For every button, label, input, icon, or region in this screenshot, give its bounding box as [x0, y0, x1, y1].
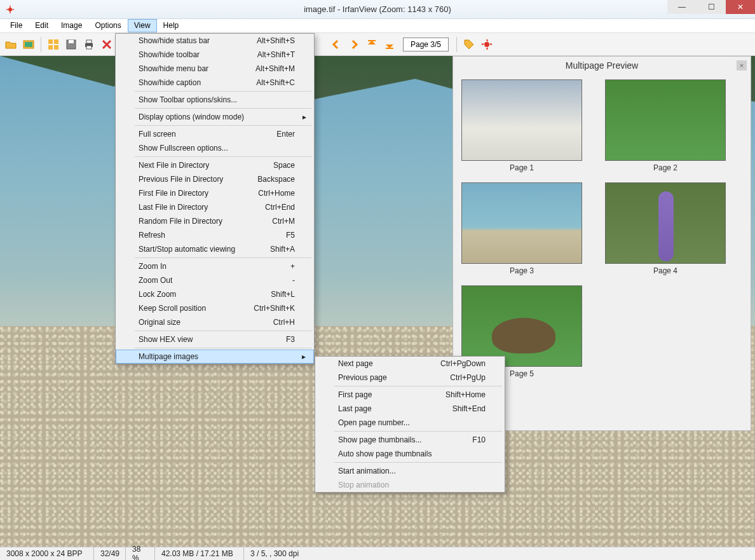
menu-item[interactable]: First File in DirectoryCtrl+Home	[116, 186, 314, 200]
svg-rect-3	[48, 39, 53, 44]
menu-item[interactable]: Show HEX viewF3	[116, 332, 314, 346]
menu-item-label: Show Toolbar options/skins...	[139, 95, 237, 104]
menu-item[interactable]: Previous File in DirectoryBackspace	[116, 172, 314, 186]
menu-item-accel: Shift+A	[270, 245, 295, 254]
menu-item-accel: Alt+Shift+C	[256, 78, 295, 87]
submenu-item[interactable]: Next pageCtrl+PgDown	[315, 357, 505, 371]
menu-item-accel: -	[292, 276, 295, 285]
maximize-button[interactable]: ☐	[697, 0, 726, 14]
menu-item[interactable]: Show/hide toolbarAlt+Shift+T	[116, 48, 314, 62]
next-arrow-icon[interactable]	[346, 36, 362, 53]
page-thumbnail[interactable]: Page 4	[604, 182, 726, 275]
svg-rect-5	[48, 45, 53, 50]
window-title: image.tif - IrfanView (Zoom: 1143 x 760)	[0, 4, 755, 14]
submenu-item[interactable]: Start animation...	[315, 464, 505, 478]
menu-item-label: Multipage images	[139, 352, 198, 361]
page-thumbnail[interactable]: Page 3	[461, 182, 583, 275]
menu-help[interactable]: Help	[157, 19, 186, 32]
multipage-close-button[interactable]: ×	[737, 60, 747, 71]
delete-icon[interactable]	[99, 36, 115, 53]
svg-rect-6	[54, 45, 58, 50]
menu-item[interactable]: Last File in DirectoryCtrl+End	[116, 200, 314, 214]
menu-item[interactable]: Show Fullscreen options...	[116, 141, 314, 155]
menu-item[interactable]: Show/hide captionAlt+Shift+C	[116, 76, 314, 90]
menu-item[interactable]: Show/hide status barAlt+Shift+S	[116, 34, 314, 48]
submenu-item: Stop animation	[315, 478, 505, 492]
submenu-arrow-icon: ▸	[303, 113, 306, 121]
menu-item-label: Show/hide menu bar	[139, 64, 208, 73]
save-icon[interactable]	[63, 36, 79, 53]
thumbnail-image	[461, 182, 582, 264]
minimize-button[interactable]: —	[667, 0, 697, 14]
menu-options[interactable]: Options	[88, 19, 127, 32]
submenu-item-label: First page	[338, 390, 372, 399]
menu-item-label: Show Fullscreen options...	[139, 144, 228, 153]
menu-item-label: Display options (window mode)	[139, 113, 244, 121]
menu-item[interactable]: Display options (window mode)▸	[116, 110, 314, 124]
irfan-icon[interactable]	[479, 36, 495, 53]
open-icon[interactable]	[3, 36, 19, 53]
submenu-item[interactable]: Open page number...	[315, 416, 505, 430]
submenu-item-label: Stop animation	[338, 481, 389, 489]
menu-file[interactable]: File	[4, 19, 29, 32]
submenu-item[interactable]: Last pageShift+End	[315, 402, 505, 416]
menu-item[interactable]: Original sizeCtrl+H	[116, 315, 314, 329]
menu-item[interactable]: Lock ZoomShift+L	[116, 287, 314, 301]
menu-item-accel: Shift+L	[271, 290, 295, 299]
submenu-item-label: Start animation...	[338, 467, 396, 475]
print-icon[interactable]	[81, 36, 97, 53]
submenu-item[interactable]: First pageShift+Home	[315, 388, 505, 402]
menu-item[interactable]: Start/Stop automatic viewingShift+A	[116, 242, 314, 256]
status-zoom: 38 %	[126, 547, 155, 560]
page-thumbnail[interactable]: Page 2	[604, 79, 726, 172]
tag-icon[interactable]	[461, 36, 477, 53]
menu-item[interactable]: Multipage images▸	[116, 350, 314, 364]
submenu-item-accel: F10	[472, 435, 486, 444]
page-thumbnail[interactable]: Page 1	[461, 79, 583, 172]
submenu-item[interactable]: Auto show page thumbnails	[315, 447, 505, 461]
menu-item[interactable]: Keep Scroll positionCtrl+Shift+K	[116, 301, 314, 315]
menu-item-label: Last File in Directory	[139, 203, 208, 212]
menu-item-label: Zoom In	[139, 262, 167, 271]
menu-item[interactable]: Next File in DirectorySpace	[116, 158, 314, 172]
thumbnails-icon[interactable]	[45, 36, 62, 53]
slideshow-icon[interactable]	[20, 36, 37, 53]
thumbnail-image	[605, 182, 726, 264]
svg-rect-13	[386, 48, 393, 49]
menu-item-accel: F5	[286, 231, 295, 240]
down-arrow-icon[interactable]	[381, 36, 398, 53]
thumbnail-caption: Page 5	[510, 369, 534, 378]
menu-item-label: Refresh	[139, 231, 165, 240]
up-arrow-icon[interactable]	[364, 36, 380, 53]
thumbnail-caption: Page 4	[653, 266, 677, 275]
menu-view[interactable]: View	[128, 19, 157, 32]
menu-item-accel: Ctrl+Home	[258, 189, 295, 198]
submenu-item-label: Next page	[338, 359, 373, 368]
menu-item-accel: Backspace	[257, 175, 295, 184]
submenu-item[interactable]: Show page thumbnails...F10	[315, 433, 505, 447]
menubar: File Edit Image Options View Help	[0, 19, 755, 33]
menu-item[interactable]: Zoom Out-	[116, 273, 314, 287]
menu-item[interactable]: Random File in DirectoryCtrl+M	[116, 214, 314, 228]
submenu-item[interactable]: Previous pageCtrl+PgUp	[315, 371, 505, 385]
page-input[interactable]	[403, 38, 449, 51]
menu-image[interactable]: Image	[55, 19, 88, 32]
menu-item-accel: Ctrl+Shift+K	[254, 304, 295, 313]
submenu-item-accel: Ctrl+PgDown	[440, 359, 486, 368]
submenu-arrow-icon: ▸	[302, 352, 306, 361]
menu-item[interactable]: Zoom In+	[116, 259, 314, 273]
submenu-item-label: Previous page	[338, 373, 387, 382]
menu-item[interactable]: Show/hide menu barAlt+Shift+M	[116, 62, 314, 76]
menu-edit[interactable]: Edit	[29, 19, 55, 32]
submenu-item-label: Last page	[338, 404, 372, 413]
submenu-item-accel: Shift+Home	[446, 390, 486, 399]
close-button[interactable]: ✕	[726, 0, 755, 14]
prev-arrow-icon[interactable]	[328, 36, 344, 53]
menu-item[interactable]: Show Toolbar options/skins...	[116, 93, 314, 107]
menu-item-label: First File in Directory	[139, 189, 208, 198]
thumbnail-image	[461, 79, 582, 161]
submenu-item-label: Show page thumbnails...	[338, 435, 421, 444]
menu-item[interactable]: Full screenEnter	[116, 127, 314, 141]
menu-item[interactable]: RefreshF5	[116, 228, 314, 242]
svg-point-14	[484, 42, 489, 47]
